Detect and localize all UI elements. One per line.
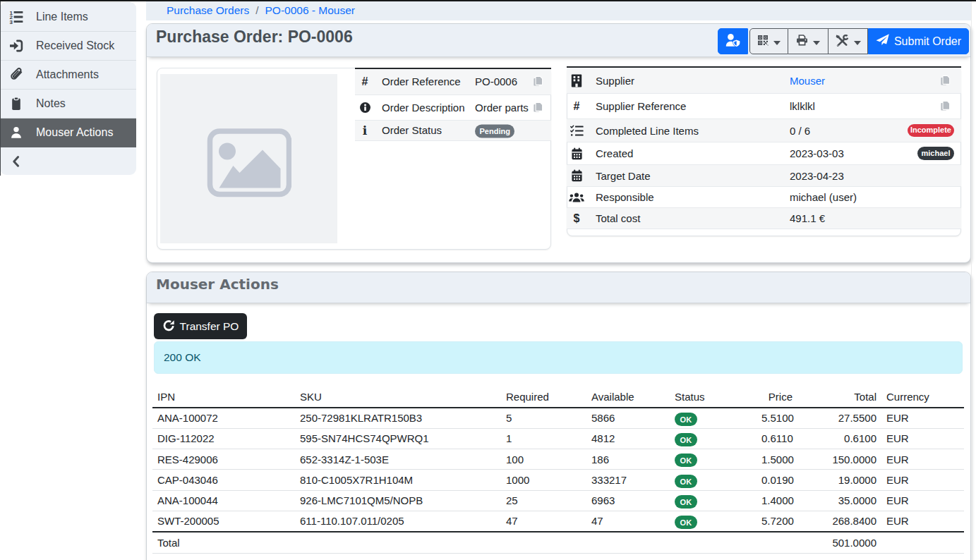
cell-required: 47	[501, 511, 586, 531]
sidebar-collapse-button[interactable]	[0, 147, 136, 175]
detail-value: Order parts	[475, 102, 529, 114]
cell-currency: EUR	[881, 449, 964, 470]
sidebar-item-attachments[interactable]: Attachments	[0, 61, 136, 90]
printer-icon	[796, 35, 808, 48]
copy-icon[interactable]	[532, 75, 544, 87]
purchase-order-page: 1 2 3 Line Items Received Stock	[0, 0, 976, 560]
status-alert: 200 OK	[154, 341, 963, 374]
cell-total: 19.0000	[797, 470, 881, 490]
cell-total: 268.8400	[797, 511, 881, 531]
table-row: CAP-043046 810-C1005X7R1H104M 1000 33321…	[152, 470, 964, 490]
cell-price: 1.5000	[757, 449, 797, 470]
table-row: RES-429006 652-3314Z-1-503E 100 186 OK 1…	[152, 449, 964, 470]
hashtag-icon: #	[569, 101, 584, 112]
order-detail-panel: Purchase Order: PO-0006	[146, 23, 971, 263]
page-title: Purchase Order: PO-0006	[156, 29, 353, 45]
barcode-actions-button[interactable]	[749, 28, 788, 54]
breadcrumb-link-purchase-orders[interactable]: Purchase Orders	[167, 4, 249, 17]
cell-total: 27.5500	[797, 408, 881, 428]
cell-currency: EUR	[881, 490, 964, 511]
detail-label: Supplier	[596, 75, 790, 87]
detail-row-supplier-reference: # Supplier Reference lklklkl	[567, 94, 961, 119]
sidebar-item-mouser-actions[interactable]: Mouser Actions	[0, 118, 136, 147]
footer-label: Total	[152, 532, 295, 554]
paperclip-icon	[8, 68, 24, 82]
cell-status: OK	[670, 449, 757, 470]
copy-icon[interactable]	[939, 75, 951, 87]
table-row: ANA-100072 250-72981KLRATR150B3 5 5866 O…	[152, 408, 964, 428]
caret-down-icon	[773, 35, 781, 47]
detail-row-supplier: Supplier Mouser	[567, 68, 961, 94]
transfer-po-button[interactable]: Transfer PO	[154, 313, 247, 339]
submit-order-button[interactable]: Submit Order	[868, 28, 969, 54]
detail-label: Order Reference	[382, 75, 475, 87]
copy-icon[interactable]	[939, 100, 951, 112]
column-header-available[interactable]: Available	[586, 386, 670, 408]
column-header-total[interactable]: Total	[797, 386, 881, 408]
detail-row-order-status: i Order Status Pending	[355, 121, 551, 142]
ok-badge: OK	[675, 516, 697, 529]
sidebar-item-line-items[interactable]: 1 2 3 Line Items	[0, 3, 136, 32]
cell-ipn: RES-429006	[152, 449, 295, 470]
ok-badge: OK	[675, 475, 697, 488]
column-header-required[interactable]: Required	[501, 386, 586, 408]
sidebar-item-label: Notes	[36, 97, 66, 110]
cell-sku: 652-3314Z-1-503E	[295, 449, 501, 470]
status-alert-text: 200 OK	[164, 351, 201, 364]
scrollbar-track[interactable]	[971, 0, 972, 560]
detail-label: Created	[596, 147, 790, 159]
detail-value: michael (user)	[790, 191, 857, 203]
column-header-currency[interactable]: Currency	[881, 386, 964, 408]
sidebar-item-notes[interactable]: Notes	[0, 90, 136, 118]
users-icon	[569, 192, 584, 203]
panel-title: Mouser Actions	[156, 277, 279, 291]
cell-required: 25	[501, 490, 586, 511]
cell-required: 5	[501, 408, 586, 428]
print-actions-button[interactable]	[788, 28, 829, 54]
user-badge: michael	[917, 147, 954, 160]
cell-total: 150.0000	[797, 449, 881, 470]
detail-row-target-date: Target Date 2023-04-23	[567, 165, 961, 187]
column-header-status[interactable]: Status	[670, 386, 757, 408]
cell-price: 5.7200	[757, 511, 797, 531]
order-actions-button[interactable]	[829, 28, 868, 54]
detail-label: Responsible	[596, 191, 790, 203]
column-header-price[interactable]: Price	[757, 386, 797, 408]
ok-badge: OK	[675, 495, 697, 509]
cell-total: 35.0000	[797, 490, 881, 511]
rotate-icon	[162, 319, 175, 334]
clipboard-icon	[8, 97, 24, 111]
user-icon	[8, 126, 24, 140]
copy-icon[interactable]	[532, 102, 544, 114]
info-circle-icon	[357, 102, 373, 114]
cell-ipn: SWT-200005	[152, 511, 295, 531]
admin-button[interactable]	[718, 28, 748, 54]
cell-ipn: CAP-043046	[152, 470, 295, 490]
table-row: SWT-200005 611-110.107.011/0205 47 47 OK…	[152, 511, 964, 531]
cell-available: 186	[586, 449, 670, 470]
detail-row-completed-line-items: Completed Line Items 0 / 6 Incomplete	[567, 119, 961, 142]
caret-down-icon	[854, 35, 861, 47]
cell-status: OK	[670, 490, 757, 511]
caret-down-icon	[813, 35, 820, 47]
cell-status: OK	[670, 428, 757, 449]
breadcrumb-link-current[interactable]: PO-0006 - Mouser	[265, 4, 355, 17]
detail-value: PO-0006	[475, 75, 517, 87]
sidebar-nav: 1 2 3 Line Items Received Stock	[0, 2, 136, 175]
detail-value: 491.1 €	[790, 212, 825, 224]
column-header-ipn[interactable]: IPN	[152, 386, 295, 408]
calendar-icon	[569, 147, 584, 160]
column-header-sku[interactable]: SKU	[295, 386, 501, 408]
submit-order-label: Submit Order	[894, 35, 961, 48]
building-icon	[569, 74, 584, 87]
cell-sku: 810-C1005X7R1H104M	[295, 470, 501, 490]
supplier-link[interactable]: Mouser	[790, 75, 825, 87]
sidebar: 1 2 3 Line Items Received Stock	[0, 2, 136, 175]
table-footer-row: Total 501.0000	[152, 532, 964, 554]
order-summary-card: # Order Reference PO-0006	[157, 68, 551, 250]
toolbar: Submit Order	[718, 28, 969, 54]
sidebar-item-label: Received Stock	[36, 39, 114, 52]
sidebar-item-received-stock[interactable]: Received Stock	[0, 32, 136, 61]
footer-total: 501.0000	[797, 532, 881, 554]
mouser-actions-heading: Mouser Actions	[147, 272, 970, 303]
